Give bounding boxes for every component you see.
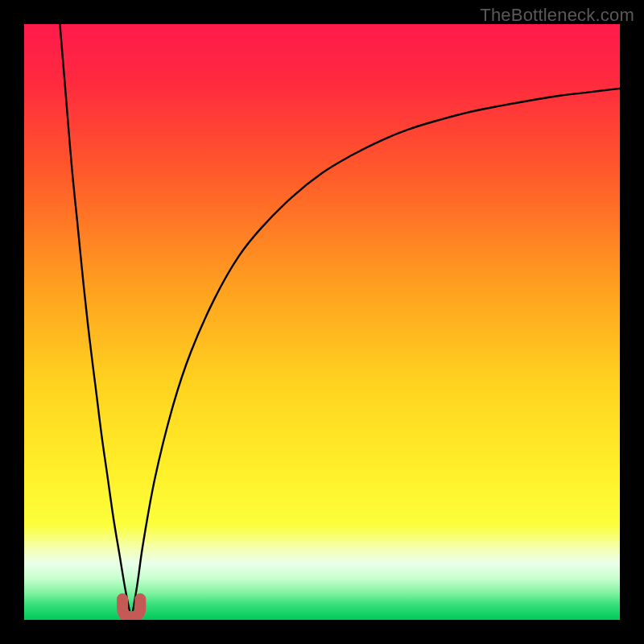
attribution-text: TheBottleneck.com xyxy=(480,5,634,26)
chart-curves xyxy=(24,24,620,620)
curve-right-branch xyxy=(131,89,620,620)
chart-frame: TheBottleneck.com xyxy=(0,0,644,644)
curve-left-branch xyxy=(60,24,131,620)
optimum-marker xyxy=(122,599,140,617)
plot-area xyxy=(24,24,620,620)
